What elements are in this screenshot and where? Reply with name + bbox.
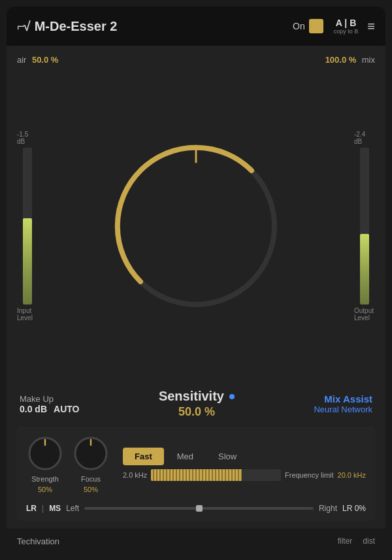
focus-label: Focus	[81, 475, 101, 483]
speed-buttons-section: Fast Med Slow 2.0 kHz Frequency limit 20…	[123, 448, 366, 481]
sensitivity-section: Sensitivity 50.0 %	[159, 389, 235, 419]
strength-knob-group: Strength 50%	[26, 435, 64, 493]
sensitivity-dot	[229, 394, 235, 399]
footer-links: filter dist	[338, 536, 375, 546]
sensitivity-value[interactable]: 50.0 %	[178, 405, 215, 419]
on-button[interactable]	[309, 19, 323, 33]
input-vu-fill	[23, 218, 32, 305]
sensitivity-row: Sensitivity	[159, 389, 235, 404]
mix-label: mix	[362, 55, 375, 65]
air-label: air	[17, 55, 26, 65]
sensitivity-title: Sensitivity	[159, 389, 224, 404]
freq-end-value: 20.0 kHz	[338, 471, 366, 479]
main-area: air 50.0 % 100.0 % mix -1.5 dB Input Lev…	[7, 46, 385, 529]
output-vu-bar	[360, 148, 369, 305]
strength-label: Strength	[31, 475, 59, 483]
strength-knob[interactable]	[26, 435, 64, 472]
freq-bar-row: 2.0 kHz Frequency limit 20.0 kHz	[123, 469, 366, 481]
lr-slider-thumb	[196, 505, 203, 512]
mix-value: 100.0 %	[325, 55, 357, 65]
lr-label[interactable]: LR	[26, 504, 37, 513]
speed-buttons: Fast Med Slow	[123, 448, 366, 465]
plugin-container: ⌐√ M-De-Esser 2 On A | B copy to B ≡ air…	[7, 7, 385, 553]
strength-value: 50%	[38, 486, 52, 493]
focus-value: 50%	[84, 486, 98, 493]
bottom-controls: Strength 50% Focus 50% Fast Med	[17, 427, 375, 521]
lr-slider[interactable]	[84, 507, 314, 510]
freq-bar-active	[151, 469, 242, 481]
copy-to-b-label: copy to B	[334, 28, 359, 35]
output-db-label: -2.4 dB	[354, 131, 375, 145]
right-label: Right	[319, 504, 337, 513]
ms-label[interactable]: MS	[49, 504, 61, 513]
on-label: On	[293, 21, 305, 31]
brand-label: Techivation	[17, 536, 59, 546]
freq-bar[interactable]	[151, 469, 281, 481]
focus-knob[interactable]	[72, 435, 110, 472]
speed-med-button[interactable]: Med	[165, 448, 205, 465]
neural-network-label: Neural Network	[314, 404, 372, 414]
lr-value: LR 0%	[342, 504, 366, 513]
plugin-title: M-De-Esser 2	[35, 19, 293, 34]
mix-assist-label[interactable]: Mix Assist	[314, 393, 372, 404]
output-level-label: Output Level	[354, 307, 375, 321]
dist-link[interactable]: dist	[363, 536, 375, 546]
filter-link[interactable]: filter	[338, 536, 353, 546]
left-label: Left	[66, 504, 79, 513]
knob-area: -1.5 dB Input Level	[17, 71, 375, 381]
speed-slow-button[interactable]: Slow	[206, 448, 248, 465]
makeup-label: Make Up	[20, 394, 79, 404]
input-db-label: -1.5 dB	[17, 131, 38, 145]
output-vu-meter: -2.4 dB Output Level	[354, 131, 375, 321]
separator: |	[42, 504, 44, 513]
logo-icon: ⌐√	[17, 19, 29, 34]
knobs-and-buttons: Strength 50% Focus 50% Fast Med	[26, 435, 366, 493]
menu-icon[interactable]: ≡	[367, 19, 375, 34]
top-labels: air 50.0 % 100.0 % mix	[17, 54, 375, 65]
big-knob[interactable]	[105, 135, 287, 318]
header: ⌐√ M-De-Esser 2 On A | B copy to B ≡	[7, 7, 385, 46]
makeup-auto[interactable]: AUTO	[54, 404, 79, 414]
big-knob-svg	[105, 135, 287, 318]
output-vu-fill	[360, 234, 369, 305]
ab-label: A | B	[336, 18, 356, 28]
freq-start-label: 2.0 kHz	[123, 471, 147, 479]
input-vu-bar	[23, 148, 32, 305]
air-value: 50.0 %	[32, 55, 58, 65]
input-vu-meter: -1.5 dB Input Level	[17, 131, 38, 321]
focus-knob-group: Focus 50%	[72, 435, 110, 493]
ab-section[interactable]: A | B copy to B	[334, 18, 359, 35]
makeup-section: Make Up 0.0 dB AUTO	[20, 394, 79, 414]
makeup-values: 0.0 dB AUTO	[20, 404, 79, 414]
big-knob-container	[38, 135, 354, 318]
lr-row: LR | MS Left Right LR 0%	[26, 500, 366, 513]
input-level-label: Input Level	[17, 307, 38, 321]
freq-limit-label: Frequency limit	[285, 471, 334, 479]
makeup-db[interactable]: 0.0 dB	[20, 404, 47, 414]
mix-assist-section: Mix Assist Neural Network	[314, 393, 372, 414]
footer: Techivation filter dist	[7, 529, 385, 553]
makeup-mixassist-row: Make Up 0.0 dB AUTO Sensitivity 50.0 % M…	[20, 386, 372, 421]
speed-fast-button[interactable]: Fast	[123, 448, 164, 465]
